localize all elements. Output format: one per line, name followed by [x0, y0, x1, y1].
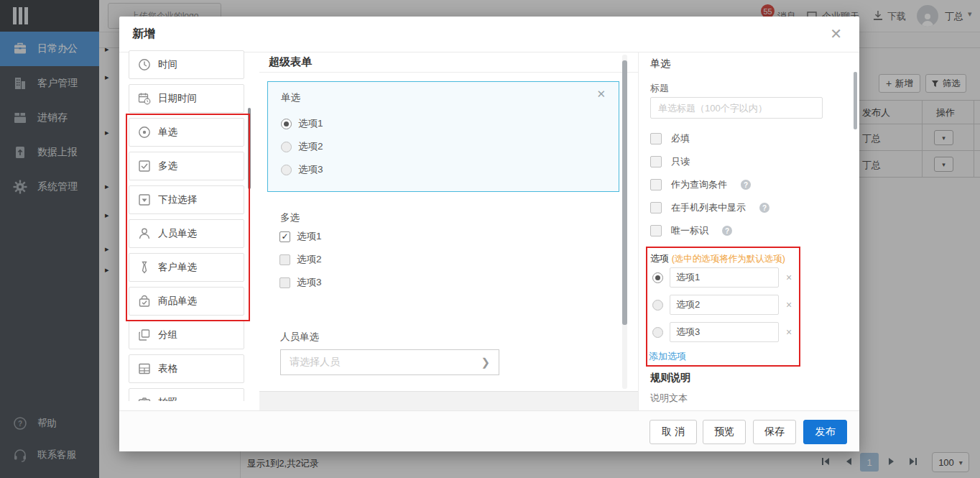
radio-option-label: 选项1 [298, 117, 323, 130]
remove-option-icon[interactable]: × [786, 299, 792, 311]
copy-icon [138, 328, 151, 341]
tie-icon [138, 261, 151, 274]
field-type-group[interactable]: 分组 [129, 321, 244, 349]
radio-icon[interactable] [281, 142, 292, 152]
settings-panel-title: 单选 [650, 58, 670, 70]
option-editor-row: × [652, 322, 792, 342]
field-type-label: 下拉选择 [158, 193, 197, 206]
checkbox-icon[interactable] [279, 254, 290, 265]
modal-footer: 取 消 预览 保存 发布 [119, 410, 859, 451]
add-form-modal: 新增 ✕ 时间 日期时间 单选 多选 [119, 17, 859, 451]
modal-header: 新增 [119, 17, 859, 52]
default-option-radio-selected[interactable] [652, 272, 663, 283]
option-value-input[interactable] [670, 322, 779, 342]
field-type-label: 拍照 [158, 396, 177, 401]
field-type-radio[interactable]: 单选 [129, 118, 244, 147]
field-type-table[interactable]: 表格 [129, 354, 244, 383]
canvas-bottom-strip [259, 392, 638, 410]
checkbox-option[interactable]: 选项2 [279, 253, 322, 266]
radio-option-label: 选项3 [298, 163, 323, 176]
field-type-person[interactable]: 人员单选 [129, 219, 244, 248]
canvas-scrollbar[interactable] [622, 60, 627, 325]
field-type-label: 分组 [158, 328, 177, 341]
flag-readonly[interactable]: 只读 [650, 155, 690, 168]
field-type-label: 商品单选 [158, 295, 197, 308]
remove-field-icon[interactable]: ✕ [596, 88, 606, 101]
bag-check-icon [138, 295, 151, 308]
dropdown-icon [138, 193, 151, 206]
checkbox-icon [138, 160, 151, 173]
checkbox-checked-icon[interactable]: ✓ [279, 231, 290, 242]
field-list-scrollbar[interactable] [248, 108, 251, 189]
field-type-datetime[interactable]: 日期时间 [129, 84, 244, 113]
radio-option-label: 选项2 [298, 140, 323, 153]
remove-option-icon[interactable]: × [786, 326, 792, 338]
app-root: 上传您企业的logo 55 消息 企业聊天 下载 丁总 ▾ 日常办公 [0, 0, 980, 478]
field-type-product[interactable]: 商品单选 [129, 287, 244, 316]
cancel-button[interactable]: 取 消 [650, 420, 697, 444]
radio-group-label: 单选 [281, 91, 300, 104]
selected-field-card[interactable]: 单选 ✕ 选项1 选项2 选项3 [267, 81, 619, 192]
field-type-label: 人员单选 [158, 227, 197, 240]
radio-option[interactable]: 选项3 [281, 163, 323, 176]
chevron-right-icon: ❯ [481, 356, 490, 369]
person-picker[interactable]: 请选择人员 ❯ [280, 349, 499, 375]
field-type-label: 客户单选 [158, 261, 197, 274]
radio-option[interactable]: 选项2 [281, 140, 323, 153]
field-type-label: 表格 [158, 362, 177, 375]
publish-button[interactable]: 发布 [803, 420, 847, 444]
flag-required[interactable]: 必填 [650, 132, 690, 145]
settings-scrollbar[interactable] [854, 72, 857, 129]
rules-sub-label: 说明文本 [650, 392, 688, 405]
options-section-label: 选项 (选中的选项将作为默认选项) [650, 252, 785, 265]
field-type-time[interactable]: 时间 [129, 50, 244, 79]
field-type-label: 单选 [158, 126, 177, 139]
preview-button[interactable]: 预览 [703, 420, 746, 444]
field-settings-panel: 单选 标题 必填 只读 作为查询条件 ? 在手机列表中显示 ? [642, 52, 859, 410]
panel-divider [638, 52, 639, 410]
flag-query-condition[interactable]: 作为查询条件 ? [650, 178, 751, 191]
question-icon[interactable]: ? [722, 226, 732, 236]
checkbox-icon[interactable] [650, 202, 662, 213]
field-type-dropdown[interactable]: 下拉选择 [129, 185, 244, 214]
modal-close-icon[interactable]: ✕ [830, 25, 842, 42]
checkbox-group-label: 多选 [280, 211, 300, 224]
add-option-link[interactable]: 添加选项 [649, 350, 686, 363]
field-type-photo[interactable]: 拍照 [129, 388, 244, 401]
checkbox-icon[interactable] [650, 156, 662, 167]
question-icon[interactable]: ? [759, 203, 769, 213]
option-value-input[interactable] [670, 267, 779, 288]
table-icon [138, 362, 151, 375]
flag-label: 必填 [671, 132, 690, 145]
checkbox-icon[interactable] [650, 133, 662, 144]
option-editor-row: × [652, 267, 792, 288]
field-type-checkbox[interactable]: 多选 [129, 152, 244, 180]
field-type-customer[interactable]: 客户单选 [129, 253, 244, 282]
radio-selected-icon[interactable] [281, 119, 292, 129]
checkbox-icon[interactable] [279, 277, 290, 288]
field-title-input[interactable] [650, 97, 823, 119]
checkbox-option[interactable]: ✓ 选项1 [279, 230, 322, 243]
flag-show-in-mobile-list[interactable]: 在手机列表中显示 ? [650, 201, 769, 214]
checkbox-option[interactable]: 选项3 [279, 276, 322, 289]
radio-option[interactable]: 选项1 [281, 117, 323, 130]
options-label: 选项 [650, 253, 669, 264]
flag-label: 作为查询条件 [671, 178, 727, 191]
form-canvas: 超级表单 单选 ✕ 选项1 选项2 选项3 多选 ✓ [259, 52, 638, 392]
default-option-radio[interactable] [652, 300, 663, 311]
flag-unique-id[interactable]: 唯一标识 ? [650, 224, 732, 237]
radio-icon [138, 126, 151, 139]
flag-label: 在手机列表中显示 [671, 201, 746, 214]
question-icon[interactable]: ? [741, 180, 751, 190]
field-type-list: 时间 日期时间 单选 多选 下拉选择 [129, 50, 244, 401]
checkbox-icon[interactable] [650, 225, 662, 236]
option-value-input[interactable] [670, 295, 779, 315]
option-editor-row: × [652, 295, 792, 315]
radio-icon[interactable] [281, 165, 292, 175]
save-button[interactable]: 保存 [753, 420, 796, 444]
remove-option-icon[interactable]: × [786, 272, 792, 283]
checkbox-option-label: 选项1 [297, 230, 322, 243]
checkbox-icon[interactable] [650, 179, 662, 190]
checkbox-option-label: 选项3 [297, 276, 322, 289]
default-option-radio[interactable] [652, 327, 663, 338]
